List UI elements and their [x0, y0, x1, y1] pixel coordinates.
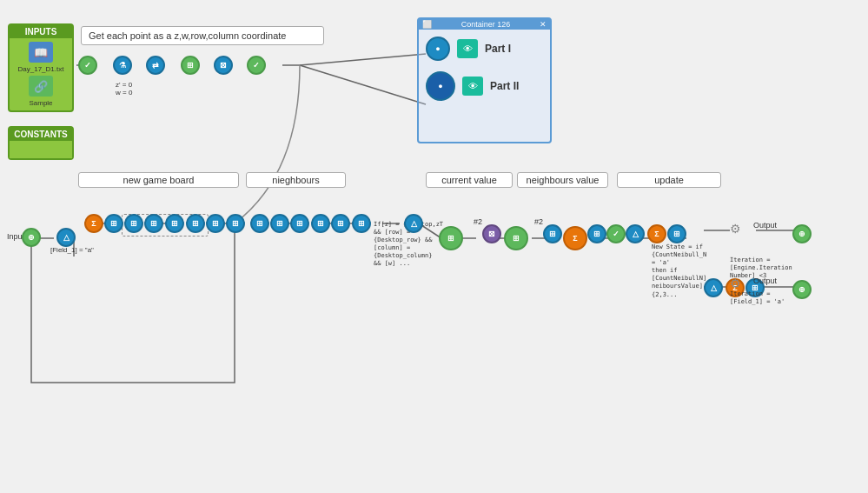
- nv-node7[interactable]: ✓: [606, 224, 626, 243]
- inputs-label: INPUTS: [25, 27, 57, 37]
- filter-node[interactable]: △: [56, 228, 76, 247]
- part2-row: ● 👁 Part II: [426, 71, 543, 101]
- ngb-node6[interactable]: ⊞: [186, 214, 205, 233]
- container-header: ⬜ Container 126 ✕: [419, 19, 550, 30]
- nb-node4[interactable]: ⊞: [311, 214, 330, 233]
- container-node1[interactable]: ●: [426, 37, 450, 61]
- inputs-body: 📖 Day_17_D1.txt 🔗 Sample: [10, 38, 72, 110]
- node-top-5[interactable]: ⊠: [214, 56, 233, 75]
- nv-node4[interactable]: ⊞: [543, 224, 562, 243]
- nb-node5[interactable]: ⊞: [331, 214, 350, 233]
- input-node[interactable]: ⊕: [22, 228, 41, 247]
- nv-node2[interactable]: ⊠: [482, 224, 501, 243]
- section-neighbours-value: neighbours value: [517, 172, 608, 188]
- part1-label: Part I: [485, 43, 511, 55]
- ngb-node8[interactable]: ⊞: [226, 214, 245, 233]
- hash2-label2: #2: [534, 217, 543, 226]
- upd-node3[interactable]: ⊞: [667, 224, 686, 243]
- section-neighbours: nieghbours: [246, 172, 346, 188]
- output1-label-text: Output: [753, 221, 777, 230]
- zw-code: z' = 0 w = 0: [116, 81, 132, 97]
- gear-icon-1[interactable]: ⚙: [730, 222, 741, 236]
- neighbours-value-label: neighbours value: [527, 175, 600, 185]
- part2-label: Part II: [490, 80, 519, 92]
- iter-code-2: Iteration =[Field_1] = 'a': [730, 290, 785, 306]
- node-top-4[interactable]: ⊞: [181, 56, 200, 75]
- ngb-node5[interactable]: ⊞: [165, 214, 184, 233]
- output1-text: Output: [753, 221, 777, 230]
- inputs-file-label: Day_17_D1.txt: [18, 65, 64, 73]
- container-title: Container 126: [461, 20, 511, 29]
- filter-label: [Field_1] = "a": [50, 246, 94, 254]
- nb-node2[interactable]: ⊞: [270, 214, 289, 233]
- nb-node6[interactable]: ⊞: [352, 214, 371, 233]
- upd-node2[interactable]: Σ: [647, 224, 666, 243]
- svg-line-8: [300, 65, 426, 104]
- nv-node5[interactable]: Σ: [563, 226, 587, 250]
- section-update: update: [617, 172, 721, 188]
- hash2-label1: #2: [474, 217, 482, 226]
- nb-node1[interactable]: ⊞: [250, 214, 269, 233]
- inputs-header: INPUTS: [10, 25, 72, 38]
- node-top-2[interactable]: ⚗: [113, 56, 132, 75]
- current-value-label: current value: [441, 175, 497, 185]
- node-top-3[interactable]: ⇄: [146, 56, 165, 75]
- zw-label: z' = 0 w = 0: [116, 81, 132, 97]
- output1-node[interactable]: ⊕: [792, 224, 812, 243]
- branch-node1[interactable]: △: [704, 278, 723, 297]
- neighbours-label: nieghbours: [272, 175, 319, 185]
- nb-node3[interactable]: ⊞: [290, 214, 309, 233]
- new-game-board-label: new game board: [123, 175, 195, 185]
- inputs-icon2[interactable]: 🔗: [29, 76, 53, 97]
- container-box: ⬜ Container 126 ✕ ● 👁 Part I ● 👁 Part II: [417, 17, 552, 143]
- upd-node1[interactable]: △: [626, 224, 645, 243]
- ngb-node7[interactable]: ⊞: [206, 214, 225, 233]
- inputs-panel: INPUTS 📖 Day_17_D1.txt 🔗 Sample: [8, 23, 74, 112]
- nv-node1[interactable]: ⊞: [439, 226, 463, 250]
- output2-node[interactable]: ⊕: [792, 280, 812, 299]
- node-top-1[interactable]: ✓: [78, 56, 97, 75]
- container-body: ● 👁 Part I ● 👁 Part II: [419, 30, 550, 108]
- section-current-value: current value: [426, 172, 513, 188]
- output2-text: Output: [753, 276, 777, 285]
- constants-panel: CONSTANTS: [8, 126, 74, 160]
- workflow-canvas: INPUTS 📖 Day_17_D1.txt 🔗 Sample CONSTANT…: [0, 0, 868, 493]
- container-icon2[interactable]: 👁: [462, 77, 483, 96]
- container-icon1[interactable]: 👁: [457, 39, 478, 58]
- update-label: update: [654, 175, 684, 185]
- ngb-node2[interactable]: ⊞: [104, 214, 123, 233]
- constants-header: CONSTANTS: [10, 128, 72, 141]
- output2-label-text: Output: [753, 276, 777, 285]
- node-top-6[interactable]: ✓: [247, 56, 266, 75]
- tooltip-text: Get each point as a z,w,row,column coord…: [89, 30, 286, 41]
- iter-text-2: Iteration =[Field_1] = 'a': [730, 290, 785, 306]
- gear-icon-2[interactable]: ⚙: [730, 276, 741, 290]
- inputs-icon1[interactable]: 📖: [29, 42, 53, 63]
- section-new-game-board: new game board: [78, 172, 239, 188]
- container-node2[interactable]: ●: [426, 71, 455, 101]
- ngb-node1[interactable]: Σ: [84, 214, 103, 233]
- svg-line-7: [300, 54, 426, 65]
- ngb-node4[interactable]: ⊞: [144, 214, 163, 233]
- inputs-sample-label: Sample: [29, 99, 52, 107]
- tooltip-box: Get each point as a z,w,row,column coord…: [81, 26, 324, 45]
- nv-node6[interactable]: ⊞: [587, 224, 606, 243]
- cv-node[interactable]: △: [404, 214, 423, 233]
- part1-row: ● 👁 Part I: [426, 37, 543, 61]
- constants-label: CONSTANTS: [14, 130, 67, 139]
- nv-node3[interactable]: ⊞: [504, 226, 528, 250]
- ngb-node3[interactable]: ⊞: [124, 214, 143, 233]
